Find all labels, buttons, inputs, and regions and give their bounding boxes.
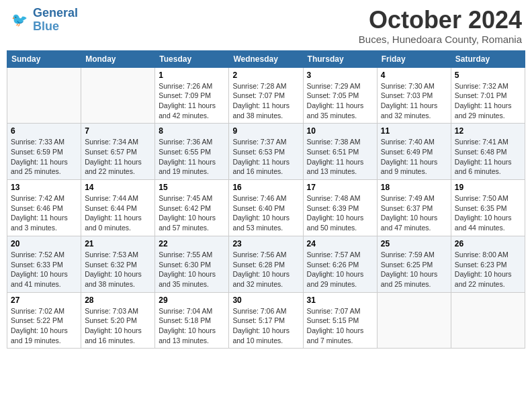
calendar-body: 1Sunrise: 7:26 AMSunset: 7:09 PMDaylight… <box>7 67 525 349</box>
day-info: Sunrise: 7:40 AMSunset: 6:49 PMDaylight:… <box>381 137 447 177</box>
weekday-header: Monday <box>81 50 155 67</box>
day-info: Sunrise: 7:07 AMSunset: 5:15 PMDaylight:… <box>307 306 373 346</box>
day-info: Sunrise: 7:32 AMSunset: 7:01 PMDaylight:… <box>455 81 521 121</box>
calendar-week-row: 20Sunrise: 7:52 AMSunset: 6:33 PMDayligh… <box>7 236 525 292</box>
calendar-cell: 22Sunrise: 7:55 AMSunset: 6:30 PMDayligh… <box>155 236 229 292</box>
calendar-cell: 16Sunrise: 7:46 AMSunset: 6:40 PMDayligh… <box>229 180 303 236</box>
day-number: 16 <box>232 183 299 192</box>
day-info: Sunrise: 7:52 AMSunset: 6:33 PMDaylight:… <box>11 250 77 289</box>
calendar-cell: 8Sunrise: 7:36 AMSunset: 6:55 PMDaylight… <box>155 124 229 180</box>
day-number: 25 <box>381 239 447 248</box>
day-info: Sunrise: 7:48 AMSunset: 6:39 PMDaylight:… <box>307 193 373 233</box>
day-info: Sunrise: 7:37 AMSunset: 6:53 PMDaylight:… <box>232 137 299 177</box>
calendar-cell <box>451 292 525 349</box>
calendar-cell: 31Sunrise: 7:07 AMSunset: 5:15 PMDayligh… <box>303 292 377 349</box>
day-number: 20 <box>11 239 77 248</box>
day-info: Sunrise: 7:44 AMSunset: 6:44 PMDaylight:… <box>85 193 151 233</box>
day-number: 11 <box>381 126 447 136</box>
calendar-cell: 20Sunrise: 7:52 AMSunset: 6:33 PMDayligh… <box>7 236 81 292</box>
weekday-header-row: SundayMondayTuesdayWednesdayThursdayFrid… <box>7 50 525 67</box>
day-info: Sunrise: 7:03 AMSunset: 5:20 PMDaylight:… <box>85 306 151 346</box>
logo-icon: 🐦 <box>10 10 30 30</box>
calendar-week-row: 27Sunrise: 7:02 AMSunset: 5:22 PMDayligh… <box>7 292 525 349</box>
day-number: 22 <box>159 239 225 248</box>
calendar-cell: 3Sunrise: 7:29 AMSunset: 7:05 PMDaylight… <box>303 67 377 124</box>
day-number: 17 <box>307 183 373 192</box>
day-info: Sunrise: 7:38 AMSunset: 6:51 PMDaylight:… <box>307 137 373 177</box>
day-info: Sunrise: 7:29 AMSunset: 7:05 PMDaylight:… <box>307 81 373 121</box>
weekday-header: Friday <box>377 50 451 67</box>
calendar-cell: 30Sunrise: 7:06 AMSunset: 5:17 PMDayligh… <box>229 292 303 349</box>
calendar-cell: 27Sunrise: 7:02 AMSunset: 5:22 PMDayligh… <box>7 292 81 349</box>
day-number: 12 <box>455 126 521 136</box>
calendar-cell: 1Sunrise: 7:26 AMSunset: 7:09 PMDaylight… <box>155 67 229 124</box>
calendar-cell: 28Sunrise: 7:03 AMSunset: 5:20 PMDayligh… <box>81 292 155 349</box>
calendar-header: SundayMondayTuesdayWednesdayThursdayFrid… <box>7 50 525 67</box>
day-number: 27 <box>11 295 77 305</box>
calendar-cell: 19Sunrise: 7:50 AMSunset: 6:35 PMDayligh… <box>451 180 525 236</box>
day-info: Sunrise: 7:49 AMSunset: 6:37 PMDaylight:… <box>381 193 447 233</box>
day-info: Sunrise: 7:55 AMSunset: 6:30 PMDaylight:… <box>159 250 225 289</box>
day-number: 19 <box>455 183 521 192</box>
day-info: Sunrise: 7:04 AMSunset: 5:18 PMDaylight:… <box>159 306 225 346</box>
weekday-header: Sunday <box>7 50 81 67</box>
calendar-week-row: 1Sunrise: 7:26 AMSunset: 7:09 PMDaylight… <box>7 67 525 124</box>
calendar-cell: 23Sunrise: 7:56 AMSunset: 6:28 PMDayligh… <box>229 236 303 292</box>
day-info: Sunrise: 7:46 AMSunset: 6:40 PMDaylight:… <box>232 193 299 233</box>
day-info: Sunrise: 7:57 AMSunset: 6:26 PMDaylight:… <box>307 250 373 289</box>
day-info: Sunrise: 7:59 AMSunset: 6:25 PMDaylight:… <box>381 250 447 289</box>
day-info: Sunrise: 7:28 AMSunset: 7:07 PMDaylight:… <box>232 81 299 121</box>
calendar-cell: 6Sunrise: 7:33 AMSunset: 6:59 PMDaylight… <box>7 124 81 180</box>
day-number: 18 <box>381 183 447 192</box>
calendar-cell <box>377 292 451 349</box>
day-number: 26 <box>455 239 521 248</box>
calendar-week-row: 6Sunrise: 7:33 AMSunset: 6:59 PMDaylight… <box>7 124 525 180</box>
day-number: 24 <box>307 239 373 248</box>
day-info: Sunrise: 7:41 AMSunset: 6:48 PMDaylight:… <box>455 137 521 177</box>
day-number: 5 <box>455 71 521 80</box>
calendar-table: SundayMondayTuesdayWednesdayThursdayFrid… <box>7 50 525 349</box>
calendar-cell: 25Sunrise: 7:59 AMSunset: 6:25 PMDayligh… <box>377 236 451 292</box>
day-info: Sunrise: 7:30 AMSunset: 7:03 PMDaylight:… <box>381 81 447 121</box>
day-number: 28 <box>85 295 151 305</box>
calendar-cell: 29Sunrise: 7:04 AMSunset: 5:18 PMDayligh… <box>155 292 229 349</box>
month-title: October 2024 <box>359 7 522 34</box>
calendar-cell: 21Sunrise: 7:53 AMSunset: 6:32 PMDayligh… <box>81 236 155 292</box>
page-header: 🐦 General Blue October 2024 Buces, Huned… <box>7 7 525 45</box>
day-info: Sunrise: 7:50 AMSunset: 6:35 PMDaylight:… <box>455 193 521 233</box>
location-title: Buces, Hunedoara County, Romania <box>359 34 522 45</box>
calendar-cell: 17Sunrise: 7:48 AMSunset: 6:39 PMDayligh… <box>303 180 377 236</box>
calendar-cell: 18Sunrise: 7:49 AMSunset: 6:37 PMDayligh… <box>377 180 451 236</box>
calendar-cell <box>7 67 81 124</box>
day-number: 13 <box>11 183 77 192</box>
svg-text:🐦: 🐦 <box>11 11 28 28</box>
day-number: 8 <box>159 126 225 136</box>
logo: 🐦 General Blue <box>10 7 78 34</box>
day-number: 3 <box>307 71 373 80</box>
day-info: Sunrise: 7:26 AMSunset: 7:09 PMDaylight:… <box>159 81 225 121</box>
day-info: Sunrise: 7:34 AMSunset: 6:57 PMDaylight:… <box>85 137 151 177</box>
calendar-cell: 4Sunrise: 7:30 AMSunset: 7:03 PMDaylight… <box>377 67 451 124</box>
weekday-header: Thursday <box>303 50 377 67</box>
calendar-cell: 13Sunrise: 7:42 AMSunset: 6:46 PMDayligh… <box>7 180 81 236</box>
day-info: Sunrise: 7:42 AMSunset: 6:46 PMDaylight:… <box>11 193 77 233</box>
weekday-header: Saturday <box>451 50 525 67</box>
day-number: 10 <box>307 126 373 136</box>
day-number: 29 <box>159 295 225 305</box>
calendar-cell: 10Sunrise: 7:38 AMSunset: 6:51 PMDayligh… <box>303 124 377 180</box>
calendar-cell: 2Sunrise: 7:28 AMSunset: 7:07 PMDaylight… <box>229 67 303 124</box>
calendar-cell: 9Sunrise: 7:37 AMSunset: 6:53 PMDaylight… <box>229 124 303 180</box>
weekday-header: Tuesday <box>155 50 229 67</box>
day-number: 1 <box>159 71 225 80</box>
day-info: Sunrise: 7:02 AMSunset: 5:22 PMDaylight:… <box>11 306 77 346</box>
calendar-cell: 7Sunrise: 7:34 AMSunset: 6:57 PMDaylight… <box>81 124 155 180</box>
calendar-cell <box>81 67 155 124</box>
calendar-cell: 14Sunrise: 7:44 AMSunset: 6:44 PMDayligh… <box>81 180 155 236</box>
day-number: 9 <box>232 126 299 136</box>
day-info: Sunrise: 7:36 AMSunset: 6:55 PMDaylight:… <box>159 137 225 177</box>
calendar-cell: 26Sunrise: 8:00 AMSunset: 6:23 PMDayligh… <box>451 236 525 292</box>
day-number: 4 <box>381 71 447 80</box>
calendar-week-row: 13Sunrise: 7:42 AMSunset: 6:46 PMDayligh… <box>7 180 525 236</box>
day-info: Sunrise: 7:06 AMSunset: 5:17 PMDaylight:… <box>232 306 299 346</box>
weekday-header: Wednesday <box>229 50 303 67</box>
